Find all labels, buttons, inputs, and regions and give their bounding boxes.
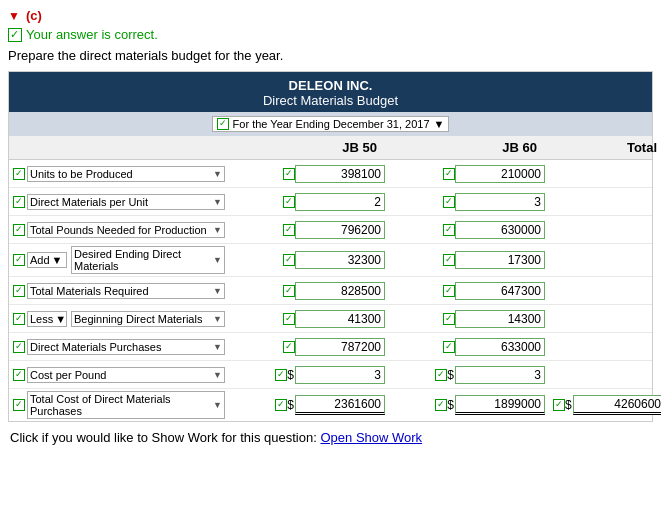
table-row: Units to be Produced ▼ 398100 210000 xyxy=(9,160,652,188)
total-pounds-jb50[interactable]: 796200 xyxy=(295,221,385,239)
dropdown-chevron: ▼ xyxy=(213,197,222,207)
row-checkbox-jb50[interactable] xyxy=(283,285,295,297)
row-checkbox-jb60[interactable] xyxy=(443,341,455,353)
total-materials-jb60[interactable]: 647300 xyxy=(455,282,545,300)
units-jb60[interactable]: 210000 xyxy=(455,165,545,183)
dm-per-unit-dropdown[interactable]: Direct Materials per Unit ▼ xyxy=(27,194,225,210)
row-checkbox-jb60[interactable] xyxy=(443,224,455,236)
desired-ending-jb60[interactable]: 17300 xyxy=(455,251,545,269)
total-cost-dm-dropdown[interactable]: Total Cost of Direct Materials Purchases… xyxy=(27,391,225,419)
dm-purchases-jb50[interactable]: 787200 xyxy=(295,338,385,356)
row-checkbox-jb60[interactable] xyxy=(443,196,455,208)
row-checkbox-jb50[interactable] xyxy=(283,254,295,266)
col-header-jb50: JB 50 xyxy=(229,140,389,155)
table-row: Direct Materials per Unit ▼ 2 3 xyxy=(9,188,652,216)
period-checkbox[interactable] xyxy=(217,118,229,130)
row-checkbox[interactable] xyxy=(13,369,25,381)
beginning-dm-jb50[interactable]: 41300 xyxy=(295,310,385,328)
col-header-total: Total xyxy=(549,140,661,155)
total-cost-total[interactable]: 4260600 xyxy=(573,395,661,415)
desired-ending-dropdown[interactable]: Desired Ending Direct Materials ▼ xyxy=(71,246,225,274)
total-materials-label: Total Materials Required xyxy=(30,285,149,297)
table-row: Less ▼ Beginning Direct Materials ▼ 4130… xyxy=(9,305,652,333)
units-dropdown[interactable]: Units to be Produced ▼ xyxy=(27,166,225,182)
dm-per-unit-jb50[interactable]: 2 xyxy=(295,193,385,211)
total-materials-jb50[interactable]: 828500 xyxy=(295,282,385,300)
row-checkbox[interactable] xyxy=(13,224,25,236)
row-checkbox[interactable] xyxy=(13,285,25,297)
currency-symbol-jb60-total: $ xyxy=(447,398,454,412)
show-work-row: Click if you would like to Show Work for… xyxy=(8,422,653,453)
units-jb50[interactable]: 398100 xyxy=(295,165,385,183)
desired-ending-label: Desired Ending Direct Materials xyxy=(74,248,211,272)
dropdown-chevron: ▼ xyxy=(213,400,222,410)
table-row: Total Pounds Needed for Production ▼ 796… xyxy=(9,216,652,244)
col-header-jb60: JB 60 xyxy=(389,140,549,155)
collapse-icon[interactable]: ▼ xyxy=(8,9,20,23)
total-pounds-label: Total Pounds Needed for Production xyxy=(30,224,207,236)
dm-per-unit-label: Direct Materials per Unit xyxy=(30,196,148,208)
row-checkbox-jb50[interactable] xyxy=(283,168,295,180)
total-pounds-jb60[interactable]: 630000 xyxy=(455,221,545,239)
table-row: Total Materials Required ▼ 828500 647300 xyxy=(9,277,652,305)
row-checkbox-jb60[interactable] xyxy=(435,369,447,381)
total-materials-dropdown[interactable]: Total Materials Required ▼ xyxy=(27,283,225,299)
dm-purchases-jb60[interactable]: 633000 xyxy=(455,338,545,356)
dm-purchases-dropdown[interactable]: Direct Materials Purchases ▼ xyxy=(27,339,225,355)
column-headers: JB 50 JB 60 Total xyxy=(9,136,652,160)
total-cost-jb50[interactable]: 2361600 xyxy=(295,395,385,415)
dropdown-chevron: ▼ xyxy=(55,313,66,325)
dropdown-chevron: ▼ xyxy=(213,370,222,380)
row-checkbox[interactable] xyxy=(13,254,25,266)
row-checkbox[interactable] xyxy=(13,196,25,208)
row-checkbox-total[interactable] xyxy=(553,399,565,411)
row-checkbox-jb60[interactable] xyxy=(443,168,455,180)
total-pounds-dropdown[interactable]: Total Pounds Needed for Production ▼ xyxy=(27,222,225,238)
show-work-link[interactable]: Open Show Work xyxy=(320,430,422,445)
add-dropdown[interactable]: Add ▼ xyxy=(27,252,67,268)
total-cost-dm-label: Total Cost of Direct Materials Purchases xyxy=(30,393,211,417)
currency-symbol-jb50-total: $ xyxy=(287,398,294,412)
period-select[interactable]: For the Year Ending December 31, 2017 ▼ xyxy=(212,116,450,132)
row-checkbox[interactable] xyxy=(13,341,25,353)
budget-table: DELEON INC. Direct Materials Budget For … xyxy=(8,71,653,422)
row-checkbox-jb50[interactable] xyxy=(275,399,287,411)
cost-per-pound-label: Cost per Pound xyxy=(30,369,106,381)
row-checkbox-jb60[interactable] xyxy=(435,399,447,411)
less-dropdown[interactable]: Less ▼ xyxy=(27,311,67,327)
instruction-text: Prepare the direct materials budget for … xyxy=(8,48,283,63)
currency-symbol-total: $ xyxy=(565,398,572,412)
row-checkbox-jb60[interactable] xyxy=(443,254,455,266)
dm-per-unit-jb60[interactable]: 3 xyxy=(455,193,545,211)
cost-per-pound-dropdown[interactable]: Cost per Pound ▼ xyxy=(27,367,225,383)
dm-purchases-label: Direct Materials Purchases xyxy=(30,341,161,353)
row-checkbox-jb50[interactable] xyxy=(283,224,295,236)
cost-per-pound-jb60[interactable]: 3 xyxy=(455,366,545,384)
currency-symbol-jb60: $ xyxy=(447,368,454,382)
beginning-dm-jb60[interactable]: 14300 xyxy=(455,310,545,328)
beginning-dm-dropdown[interactable]: Beginning Direct Materials ▼ xyxy=(71,311,225,327)
row-checkbox-jb50[interactable] xyxy=(283,196,295,208)
cost-per-pound-jb50[interactable]: 3 xyxy=(295,366,385,384)
dropdown-chevron: ▼ xyxy=(213,342,222,352)
desired-ending-jb50[interactable]: 32300 xyxy=(295,251,385,269)
units-label: Units to be Produced xyxy=(30,168,133,180)
period-row: For the Year Ending December 31, 2017 ▼ xyxy=(9,112,652,136)
row-checkbox[interactable] xyxy=(13,313,25,325)
row-checkbox-jb50[interactable] xyxy=(283,341,295,353)
dropdown-chevron: ▼ xyxy=(52,254,63,266)
row-checkbox-jb50[interactable] xyxy=(275,369,287,381)
beginning-dm-label: Beginning Direct Materials xyxy=(74,313,202,325)
budget-title: Direct Materials Budget xyxy=(13,93,648,108)
row-checkbox-jb60[interactable] xyxy=(443,313,455,325)
table-row: Cost per Pound ▼ $ 3 $ 3 xyxy=(9,361,652,389)
less-label: Less xyxy=(30,313,53,325)
table-row: Direct Materials Purchases ▼ 787200 6330… xyxy=(9,333,652,361)
row-checkbox-jb50[interactable] xyxy=(283,313,295,325)
row-checkbox-jb60[interactable] xyxy=(443,285,455,297)
budget-header: DELEON INC. Direct Materials Budget xyxy=(9,72,652,112)
row-checkbox[interactable] xyxy=(13,168,25,180)
row-checkbox[interactable] xyxy=(13,399,25,411)
col-header-1 xyxy=(9,140,229,155)
total-cost-jb60[interactable]: 1899000 xyxy=(455,395,545,415)
